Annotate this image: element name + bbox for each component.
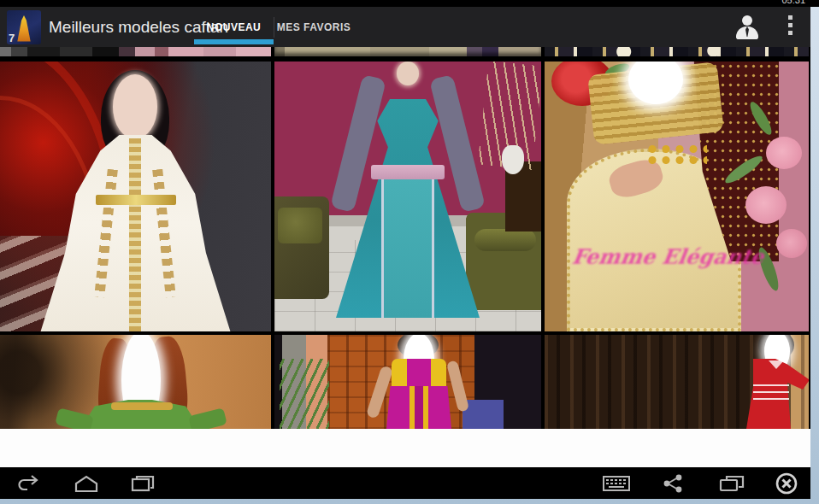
caftan-photo-3[interactable]: Femme Elégante	[545, 62, 809, 331]
cushion-art	[278, 208, 322, 243]
caftan-photo-1[interactable]	[0, 62, 271, 331]
tablet-screen: 7 Meilleurs modeles caftan NOUVEAU MES F…	[0, 0, 810, 499]
share-icon[interactable]	[658, 472, 687, 495]
white-trim-art	[753, 384, 789, 400]
content-gap	[0, 429, 810, 467]
blurred-face-art	[113, 74, 157, 139]
vase-art	[502, 145, 524, 174]
gold-coins-art	[645, 144, 707, 167]
emulator-window-frame: 7 Meilleurs modeles caftan NOUVEAU MES F…	[0, 0, 819, 504]
gold-collar-art	[111, 402, 173, 410]
action-bar: 7 Meilleurs modeles caftan NOUVEAU MES F…	[0, 7, 810, 47]
gold-belt-art	[96, 195, 176, 205]
caftan-photo-5[interactable]	[274, 335, 541, 429]
app-icon-numeral: 7	[9, 32, 15, 44]
sleeve-art	[188, 407, 227, 429]
caftan-photo-4[interactable]	[0, 335, 271, 429]
status-bar-time: 05:31	[781, 0, 805, 6]
system-nav-bar	[0, 467, 810, 499]
profile-icon-head	[742, 15, 752, 26]
profile-icon[interactable]	[734, 14, 761, 41]
photo-sliver-2[interactable]	[274, 47, 541, 56]
tab-nouveau[interactable]: NOUVEAU	[194, 7, 274, 47]
photo-grid: Femme Elégante	[0, 47, 810, 467]
tab-nouveau-label: NOUVEAU	[207, 21, 262, 33]
caftan-photo-2[interactable]	[274, 62, 541, 331]
yellow-bodice-art	[392, 359, 446, 390]
plant-art	[280, 359, 329, 429]
pink-belt-art	[371, 165, 445, 179]
home-icon[interactable]	[72, 472, 101, 495]
pink-rose-art	[745, 186, 787, 224]
tab-mes-favoris-label: MES FAVORIS	[277, 21, 351, 33]
keyboard-icon[interactable]	[602, 472, 631, 495]
tab-mes-favoris[interactable]: MES FAVORIS	[274, 7, 353, 47]
sleeve-art	[55, 407, 94, 429]
magenta-caftan-art	[386, 386, 451, 429]
bolster-cushion-art	[474, 229, 536, 251]
front-panel-art	[381, 174, 434, 318]
status-bar: 05:31	[0, 0, 819, 7]
blue-object-art	[463, 400, 504, 429]
close-icon[interactable]	[772, 472, 801, 495]
pink-rose-art	[766, 137, 802, 169]
overflow-menu-icon[interactable]	[788, 15, 793, 39]
photo-sliver-3[interactable]	[545, 47, 809, 56]
photo-sliver-1[interactable]	[0, 47, 271, 56]
gold-trim-art	[129, 138, 141, 331]
windows-icon[interactable]	[717, 472, 746, 495]
caftan-app-icon: 7	[7, 10, 41, 44]
app-icon-gown-art	[14, 15, 34, 43]
back-icon[interactable]	[14, 472, 43, 495]
blurred-face-art	[397, 62, 419, 85]
caftan-photo-6[interactable]	[545, 335, 809, 429]
photo-watermark: Femme Elégante	[545, 244, 793, 269]
recents-icon[interactable]	[128, 472, 157, 495]
